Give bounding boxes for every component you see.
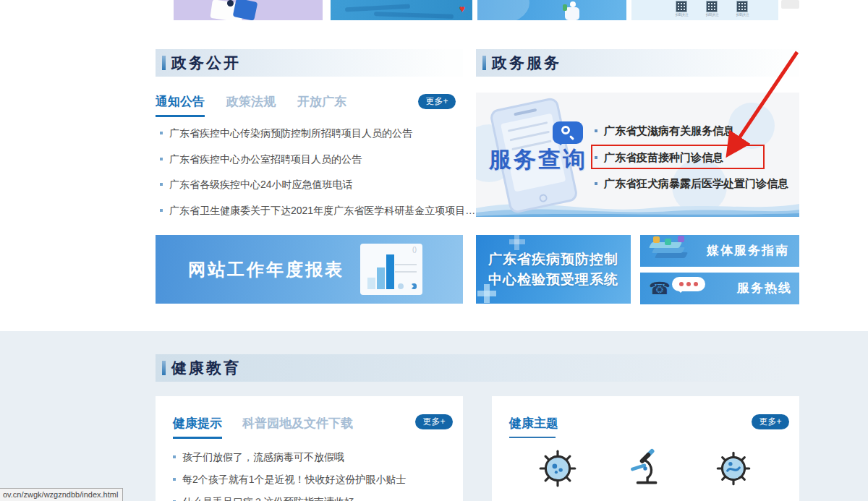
qr-caption: 扫码关注 xyxy=(676,12,686,16)
phone-home-button xyxy=(539,194,548,203)
service-link-label: 广东省狂犬病暴露后医学处置门诊信息 xyxy=(604,177,788,189)
qr-caption: 扫码关注 xyxy=(706,12,717,16)
chat-chip-decor xyxy=(678,236,684,242)
service-link-rabies[interactable]: 广东省狂犬病暴露后医学处置门诊信息 xyxy=(595,177,788,190)
health-topics-more-button[interactable]: 更多+ xyxy=(752,414,789,429)
qr-code: 扫码关注 xyxy=(675,1,687,17)
health-topics-card: 健康主题 更多+ xyxy=(492,396,799,501)
search-bubble xyxy=(553,121,583,144)
section-title: 政务服务 xyxy=(492,53,561,73)
layers-decor xyxy=(652,247,685,253)
lab-system-label-line2: 中心检验预受理系统 xyxy=(488,270,618,290)
edu-item[interactable]: 孩子们放假了，流感病毒可不放假哦 xyxy=(173,451,344,464)
title-accent-bar xyxy=(162,361,166,375)
ui-fragment xyxy=(781,0,799,9)
chart-decor: () xyxy=(412,246,417,253)
tab-notice[interactable]: 通知公告 xyxy=(156,93,205,110)
wave-decor xyxy=(345,4,410,12)
qr-image xyxy=(676,1,687,12)
health-edu-tabs: 健康提示 科普园地及文件下载 xyxy=(173,415,353,432)
news-item[interactable]: 广东省卫生健康委关于下达2021年度广东省医学科研基金立项项目… xyxy=(160,205,464,218)
tab-health-tips[interactable]: 健康提示 xyxy=(173,415,222,432)
chat-chip-decor xyxy=(665,239,671,245)
news-item-label: 广东省卫生健康委关于下达2021年度广东省医学科研基金立项项目… xyxy=(169,205,475,216)
hotline-banner[interactable]: ☎ 服务热线 xyxy=(640,273,799,304)
qr-code: 扫码关注 xyxy=(705,1,718,17)
layers-decor xyxy=(655,252,688,258)
health-edu-card: 健康提示 科普园地及文件下载 更多+ 孩子们放假了，流感病毒可不放假哦 每2个孩… xyxy=(156,396,463,501)
chart-illustration: () xyxy=(360,244,422,295)
annotation-arrow xyxy=(712,42,810,165)
service-query-label: 服务查询 xyxy=(489,145,587,175)
health-topic-icons xyxy=(492,448,799,489)
media-guide-banner[interactable]: 媒体服务指南 xyxy=(640,235,799,267)
page: ♥ 扫码关注 扫码关注 扫码关注 政务公开 政务服务 通知公告 政策法规 xyxy=(0,0,868,501)
figure-decor xyxy=(233,0,258,20)
chart-line xyxy=(395,264,417,265)
bullet-icon xyxy=(173,478,176,481)
zwgk-tabs: 通知公告 政策法规 开放广东 xyxy=(156,93,346,110)
phone-icon: ☎ xyxy=(649,273,671,304)
browser-status-tooltip: ov.cn/zwgk/wzgzndbb/index.html xyxy=(0,488,123,501)
edu-item-label: 每2个孩子就有1个是近视！快收好这份护眼小贴士 xyxy=(182,474,407,485)
bullet-icon xyxy=(160,183,163,186)
chat-chip-decor xyxy=(653,236,660,243)
zwgk-more-button[interactable]: 更多+ xyxy=(418,94,456,109)
news-item[interactable]: 广东省疾控中心传染病预防控制所招聘项目人员的公告 xyxy=(160,127,464,140)
cross-decor xyxy=(514,235,519,250)
wave-decor xyxy=(374,12,454,19)
carousel-banner-3[interactable] xyxy=(477,0,626,20)
carousel-banner-2[interactable]: ♥ xyxy=(331,0,472,20)
edu-item[interactable]: 什么是手足口病？这份预防指南请收好 xyxy=(173,496,354,501)
tab-open-gd[interactable]: 开放广东 xyxy=(297,93,346,110)
chat-bubble-icon xyxy=(672,277,705,291)
edu-item[interactable]: 每2个孩子就有1个是近视！快收好这份护眼小贴士 xyxy=(173,474,407,487)
virus-icon[interactable] xyxy=(537,448,578,489)
carousel-banner-qr[interactable]: 扫码关注 扫码关注 扫码关注 xyxy=(631,0,778,20)
news-item[interactable]: 广东省各级疾控中心24小时应急值班电话 xyxy=(160,179,464,192)
bullet-icon xyxy=(595,182,597,185)
annual-report-label: 网站工作年度报表 xyxy=(188,235,344,304)
tab-science-downloads[interactable]: 科普园地及文件下载 xyxy=(242,415,353,432)
media-guide-label: 媒体服务指南 xyxy=(707,235,789,267)
news-item-label: 广东省各级疾控中心24小时应急值班电话 xyxy=(169,179,353,190)
donut-decor xyxy=(411,283,417,289)
chart-bars xyxy=(367,254,394,289)
health-edu-more-button[interactable]: 更多+ xyxy=(415,414,453,429)
germ-icon[interactable] xyxy=(713,448,754,489)
lab-system-banner[interactable]: 广东省疾病预防控制 中心检验预受理系统 xyxy=(476,235,631,304)
carousel-banner-1[interactable] xyxy=(174,0,323,20)
lab-system-label-line1: 广东省疾病预防控制 xyxy=(488,249,618,270)
qr-caption: 扫码关注 xyxy=(736,12,747,16)
phone-speaker xyxy=(514,108,537,116)
section-header-zwgk: 政务公开 xyxy=(156,49,463,77)
microscope-icon[interactable] xyxy=(625,448,665,489)
search-icon xyxy=(561,126,570,134)
bullet-icon xyxy=(595,129,597,132)
figure-decor xyxy=(227,0,234,7)
qr-image xyxy=(736,1,748,12)
dots-decor xyxy=(532,15,558,20)
heart-icon: ♥ xyxy=(459,4,465,14)
title-accent-bar xyxy=(162,56,166,70)
donut-decor xyxy=(398,283,404,289)
section-header-health-edu: 健康教育 xyxy=(156,354,799,382)
tab-policy[interactable]: 政策法规 xyxy=(226,93,276,110)
bullet-icon xyxy=(173,455,176,458)
qr-code: 扫码关注 xyxy=(736,1,748,17)
news-item-label: 广东省疾控中心传染病预防控制所招聘项目人员的公告 xyxy=(169,127,412,139)
bullet-icon xyxy=(160,209,163,212)
news-item[interactable]: 广东省疾控中心办公室招聘项目人员的公告 xyxy=(160,153,464,166)
title-accent-bar xyxy=(482,56,486,70)
blob-decor xyxy=(477,0,529,20)
figure-decor xyxy=(565,7,579,20)
annual-report-banner[interactable]: 网站工作年度报表 () xyxy=(156,235,463,304)
edu-item-label: 什么是手足口病？这份预防指南请收好 xyxy=(182,496,354,501)
qr-image xyxy=(706,1,718,12)
section-title: 政务公开 xyxy=(171,53,241,73)
news-item-label: 广东省疾控中心办公室招聘项目人员的公告 xyxy=(169,153,362,165)
figure-decor xyxy=(563,4,567,11)
hotline-label: 服务热线 xyxy=(737,273,792,304)
bullet-icon xyxy=(160,158,163,160)
figure-decor xyxy=(570,1,576,7)
